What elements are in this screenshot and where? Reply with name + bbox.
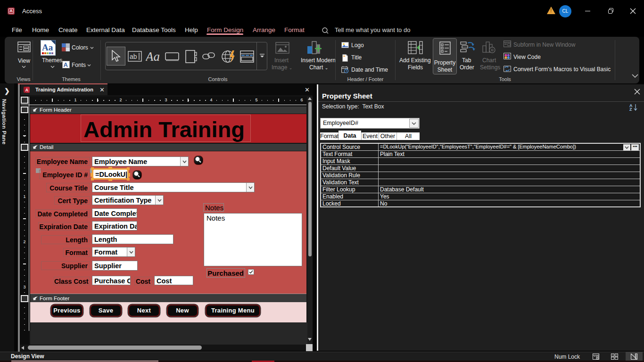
svg-text:Aa: Aa [42, 42, 53, 52]
svg-text:A: A [25, 88, 29, 92]
svg-text:Aa: Aa [146, 50, 160, 63]
svg-text:A: A [64, 61, 68, 68]
svg-text:ab: ab [130, 53, 137, 60]
